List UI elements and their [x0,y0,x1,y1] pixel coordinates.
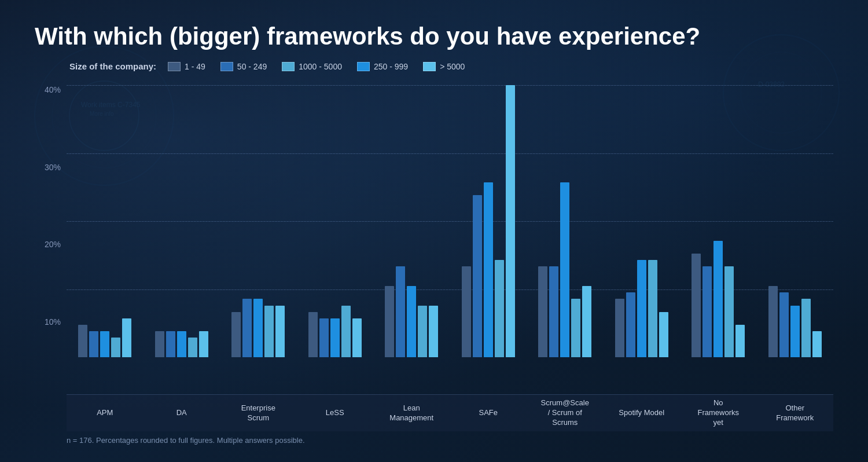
legend-text-c1: 1 - 49 [185,62,205,71]
legend-swatch-c2 [220,62,233,71]
legend-item-c2: 50 - 249 [220,62,267,71]
bar-1-4 [199,331,208,357]
bar-2-2 [253,299,263,357]
bar-6-4 [582,286,591,357]
bar-group-9 [757,85,834,357]
chart-area: 40%30%20%10% APMDAEnterpriseScrumLeSSLea… [35,85,833,445]
bar-4-3 [418,306,427,357]
bar-9-1 [779,292,789,357]
x-axis: APMDAEnterpriseScrumLeSSLeanManagementSA… [67,394,833,431]
bar-6-3 [571,299,580,357]
legend-item-c1: 1 - 49 [168,62,205,71]
bar-5-3 [495,260,504,357]
main-content: With which (bigger) frameworks do you ha… [0,0,868,462]
bar-8-4 [735,325,745,357]
bar-8-0 [692,254,701,357]
legend-swatch-c5 [423,62,436,71]
bar-6-2 [560,182,569,357]
legend-swatch-c4 [357,62,370,71]
bar-1-3 [188,338,197,357]
x-label-2: EnterpriseScrum [220,394,297,431]
x-label-9: OtherFramework [757,394,834,431]
y-label-3: 10% [45,317,61,327]
bar-1-2 [177,331,186,357]
bar-0-0 [78,325,87,357]
bar-8-3 [724,266,734,357]
bar-1-1 [166,331,175,357]
legend-swatch-c3 [282,62,295,71]
bar-3-3 [341,306,351,357]
x-label-5: SAFe [450,394,527,431]
bar-0-1 [89,331,98,357]
x-label-1: DA [144,394,220,431]
bar-7-3 [648,260,657,357]
legend-item-c4: 250 - 999 [357,62,408,71]
legend-item-c3: 1000 - 5000 [282,62,342,71]
legend: Size of the company: 1 - 49 50 - 249 100… [69,61,833,71]
bar-3-0 [308,312,318,357]
bar-2-0 [231,312,241,357]
bar-1-0 [155,331,164,357]
bar-4-2 [407,286,416,357]
bar-group-3 [297,85,374,357]
bar-9-2 [790,306,800,357]
bar-5-0 [462,266,471,357]
bar-6-0 [538,266,547,357]
y-axis: 40%30%20%10% [35,85,67,431]
y-label-0: 40% [45,85,61,94]
bar-group-8 [680,85,757,357]
legend-text-c4: 250 - 999 [374,62,408,71]
legend-text-c5: > 5000 [440,62,465,71]
bar-0-3 [111,338,120,357]
chart-main: APMDAEnterpriseScrumLeSSLeanManagementSA… [67,85,833,431]
bar-0-2 [100,331,109,357]
bar-7-1 [626,292,635,357]
bar-4-0 [385,286,394,357]
bar-7-4 [659,312,668,357]
bar-3-1 [319,318,329,357]
bar-9-3 [801,299,811,357]
footer-note: n = 176. Percentages rounded to full fig… [67,436,833,445]
bar-group-1 [144,85,220,357]
bar-5-1 [473,195,482,357]
bar-5-4 [506,85,515,357]
bar-4-1 [396,266,405,357]
bar-group-6 [527,85,604,357]
bar-2-4 [275,306,285,357]
bar-8-1 [703,266,712,357]
bar-3-2 [330,318,340,357]
legend-text-c2: 50 - 249 [237,62,267,71]
bar-5-2 [484,182,493,357]
x-label-3: LeSS [297,394,374,431]
bar-2-3 [264,306,274,357]
bar-group-7 [604,85,681,357]
legend-item-c5: > 5000 [423,62,465,71]
bar-group-2 [220,85,297,357]
bar-8-2 [713,241,723,357]
y-label-1: 30% [45,163,61,172]
bar-group-0 [67,85,144,357]
bar-6-1 [549,266,558,357]
bar-0-4 [122,318,131,357]
legend-text-c3: 1000 - 5000 [299,62,342,71]
x-labels: APMDAEnterpriseScrumLeSSLeanManagementSA… [67,394,833,431]
bar-group-4 [373,85,450,357]
bars-area [67,85,833,394]
bar-4-4 [429,306,438,357]
x-label-6: Scrum@Scale/ Scrum ofScrums [527,394,604,431]
bar-9-4 [812,331,822,357]
y-label-2: 20% [45,240,61,249]
legend-label: Size of the company: [69,61,156,71]
bar-7-0 [615,299,624,357]
bar-3-4 [352,318,362,357]
page-title: With which (bigger) frameworks do you ha… [35,23,833,50]
x-label-8: NoFrameworksyet [680,394,757,431]
bars-container [67,85,833,357]
bar-7-2 [637,260,646,357]
bar-group-5 [450,85,527,357]
x-label-0: APM [67,394,144,431]
x-label-4: LeanManagement [373,394,450,431]
legend-swatch-c1 [168,62,181,71]
chart-with-yaxis: 40%30%20%10% APMDAEnterpriseScrumLeSSLea… [35,85,833,431]
bar-9-0 [768,286,778,357]
